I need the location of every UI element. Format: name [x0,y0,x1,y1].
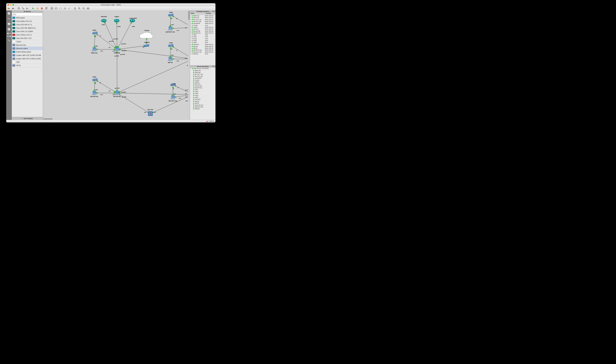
panel-undock-icon[interactable] [212,66,213,67]
topology-row[interactable]: ▸bih-1017-vfptelnet 192.16… [190,21,215,22]
zoom-in-button[interactable] [78,7,81,10]
topology-row[interactable]: ▸cogenttelnet 192.16… [190,26,215,28]
routers-category-button[interactable] [7,11,11,16]
topology-node[interactable] [168,44,174,47]
device-item[interactable]: Juniper vMX vCP 19.3R1.8-KVM [12,53,43,57]
panel-close-icon[interactable] [214,11,215,12]
expand-icon[interactable]: ▸ [190,42,191,43]
device-item[interactable]: Cisco NX-OSv 7.3.0 [12,37,43,40]
server-item[interactable]: Hub1 [190,89,215,91]
screenshot-button[interactable] [86,7,90,10]
topology-row[interactable]: ▸Hub4none [190,40,215,41]
new-template-button[interactable]: ＋New template [12,117,43,120]
server-item[interactable]: Internet2 [190,98,215,100]
vertical-scrollbar[interactable] [188,10,190,118]
topology-node-list[interactable]: ▸900w-vcptelnet 192.16…▸900w-vfptelnet 1… [190,15,215,55]
server-item[interactable]: Hub5 [190,96,215,98]
expand-icon[interactable]: ▸ [190,17,191,18]
expand-icon[interactable]: ▸ [190,53,191,55]
expand-icon[interactable]: ▸ [190,15,191,17]
expand-icon[interactable]: ▸ [190,28,191,30]
topology-row[interactable]: ▸spectrum-vfptelnet 192.16… [190,51,215,53]
server-item[interactable]: Switch1 [190,108,215,110]
device-item[interactable]: Cloud [12,40,43,43]
expand-icon[interactable]: ▸ [190,48,191,49]
device-item[interactable]: ATM switch [12,16,43,20]
server-item[interactable]: spectrum-vcp [190,104,215,106]
device-item[interactable]: Frame Relay switch [12,50,43,53]
topology-row[interactable]: ▸Hub5none [190,41,215,43]
device-list[interactable]: ATM switchCisco ASAv 9.8.4-15Cisco IOS X… [12,16,43,117]
topology-node[interactable] [168,13,174,17]
device-item[interactable]: NAT [12,60,43,64]
expand-icon[interactable]: ▸ [190,26,191,28]
expand-icon[interactable]: ▸ [190,32,191,34]
pause-all-button[interactable] [36,7,39,10]
topology-node[interactable] [92,47,97,52]
expand-icon[interactable]: ▸ [190,40,191,41]
insert-image-button[interactable] [55,7,58,10]
security-category-button[interactable] [7,27,11,31]
topology-row[interactable]: ▸Hub1none [190,34,215,36]
expand-icon[interactable]: ▸ [190,49,191,51]
expand-icon[interactable]: ▸ [190,51,191,53]
server-item[interactable]: bih-1017-vfp [190,75,215,77]
panel-undock-icon[interactable] [212,11,213,12]
warning-icon[interactable] [206,121,208,122]
device-item[interactable]: Cisco ASAv 9.8.4-15 [12,20,43,23]
topology-row[interactable]: ▸900w-vcptelnet 192.16… [190,15,215,17]
draw-rect-button[interactable] [59,7,62,10]
device-item[interactable]: Ethernet switch [12,47,43,50]
topology-row[interactable]: ▸bih-1017-vcptelnet 192.16… [190,19,215,21]
minimize-window-button[interactable] [10,4,12,6]
server-item[interactable]: eps-l29-vcp [190,87,215,89]
expand-icon[interactable]: ▸ [190,19,191,20]
topology-row[interactable]: ▸sgl-vcptelnet 192.16… [190,45,215,47]
device-item[interactable]: Cisco IOS XRv 6.1.3 [12,23,43,26]
expand-icon[interactable]: ▸ [190,23,191,24]
topology-node[interactable] [148,111,153,116]
server-item[interactable]: 900w-vcp [190,69,215,71]
servers-list[interactable]: ▾Main server CPU 68.5%, …900w-vcp900w-vf… [190,68,215,110]
add-link-button[interactable] [7,38,11,43]
console-all-button[interactable] [26,7,29,10]
error-count[interactable]: 2 errors [209,120,214,122]
all-browse-buttons-2[interactable] [7,35,11,37]
server-item[interactable]: Cloud1 [190,79,215,81]
expand-icon[interactable]: ▸ [190,46,191,47]
topology-node[interactable] [114,18,120,22]
start-all-button[interactable] [32,7,35,10]
device-item[interactable]: VPCS [12,64,43,67]
draw-line-button[interactable] [68,7,71,10]
topology-row[interactable]: ▸eps-l29-vcptelnet 192.16… [190,32,215,34]
server-item[interactable]: sgl-vcp [190,100,215,102]
snapshot-button[interactable] [17,7,20,10]
topology-node[interactable] [92,31,98,35]
panel-close-icon[interactable] [214,66,215,67]
topology-row[interactable]: ▸eps-l20-vfptelnet 192.16… [190,30,215,32]
server-item[interactable]: eps-l20-vfp [190,85,215,87]
stop-all-button[interactable] [40,7,43,10]
topology-row[interactable]: ▸eps-coretelnet 192.16… [190,28,215,30]
topology-node[interactable] [170,95,175,100]
all-browse-buttons[interactable] [7,32,11,34]
topology-row[interactable]: ▸Internet2telnet 192.16… [190,43,215,45]
topology-row[interactable]: ▸Switch1none [190,53,215,55]
maximize-window-button[interactable] [12,4,14,6]
topology-node[interactable] [92,91,97,95]
annotate-button[interactable] [50,7,54,10]
server-item[interactable]: sgl-vfp [190,102,215,104]
expand-icon[interactable]: ▸ [190,34,191,36]
server-item[interactable]: cogent [190,81,215,83]
topology-row[interactable]: ▸centurylinktelnet 192.16… [190,22,215,24]
expand-icon[interactable]: ▸ [190,36,191,38]
topology-row[interactable]: ▸sgl-vfptelnet 192.16… [190,47,215,49]
draw-ellipse-button[interactable] [63,7,67,10]
topology-node[interactable] [143,44,150,47]
end-devices-category-button[interactable] [7,22,11,26]
topology-node[interactable] [168,26,173,31]
device-item[interactable]: Cisco IOS XRv 9000 6.5.1 [12,26,43,30]
close-window-button[interactable] [7,4,9,6]
server-item[interactable]: Hub2 [190,91,215,92]
lock-button[interactable] [73,7,77,10]
